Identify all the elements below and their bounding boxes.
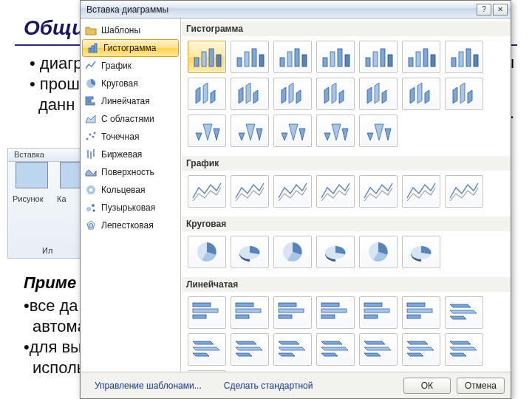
sidebar-item-label: Биржевая [101,149,142,160]
sidebar-item-scatter[interactable]: Точечная [81,128,180,146]
chart-thumb[interactable] [402,41,440,73]
svg-rect-64 [321,303,339,307]
slide-text: • диагр [30,53,82,75]
svg-rect-22 [202,52,206,66]
chart-thumb[interactable] [273,296,312,329]
svg-rect-61 [279,303,296,307]
chart-thumb[interactable] [273,41,312,73]
picture-icon[interactable] [16,162,48,188]
chart-thumb[interactable] [359,78,398,110]
svg-point-7 [86,138,89,140]
chart-thumb[interactable] [316,175,355,208]
chart-thumb[interactable] [231,175,269,208]
sidebar-item-hbar[interactable]: Линейчатая [81,92,180,110]
help-button[interactable]: ? [477,4,491,16]
chart-thumb[interactable] [316,296,355,329]
chart-thumb[interactable] [273,115,312,147]
chart-thumb[interactable] [188,115,226,147]
svg-rect-32 [302,55,307,66]
chart-thumb[interactable] [402,296,440,329]
svg-rect-1 [92,46,94,52]
chart-thumb[interactable] [231,333,269,366]
chart-thumb[interactable] [359,41,398,73]
chart-thumb[interactable] [316,333,355,366]
chart-thumb[interactable] [402,236,440,268]
chart-thumb[interactable] [273,78,312,110]
svg-rect-39 [381,49,385,66]
ribbon-group-label: Ил [42,246,52,255]
close-button[interactable]: ✕ [493,4,508,16]
chart-thumb[interactable] [445,296,483,329]
chart-type-sidebar: ШаблоныГистограммаГрафикКруговаяЛинейчат… [81,18,181,372]
chart-gallery[interactable]: ГистограммаГрафикКруговаяЛинейчатаяС обл… [181,18,511,372]
chart-thumb[interactable] [359,236,398,268]
slide-text: автома [33,316,86,338]
clipart-icon[interactable] [60,162,81,188]
svg-rect-25 [237,58,242,66]
sidebar-item-bar[interactable]: Гистограмма [82,39,179,57]
svg-rect-69 [364,315,378,318]
sidebar-item-line[interactable]: График [81,57,180,75]
chart-thumb[interactable] [231,236,269,268]
chart-thumb[interactable] [316,115,355,147]
ok-button[interactable]: ОК [403,378,451,394]
sidebar-item-bubble[interactable]: Пузырьковая [81,199,180,216]
svg-point-8 [89,134,92,136]
bar-icon [87,42,99,54]
chart-thumb[interactable] [188,333,226,366]
chart-thumb[interactable] [188,236,226,268]
gallery-group [186,39,511,154]
chart-thumb[interactable] [188,296,226,329]
sidebar-item-doughnut[interactable]: Кольцевая [81,181,180,199]
sidebar-item-radar[interactable]: Лепестковая [81,216,180,234]
chart-thumb[interactable] [359,296,398,329]
sidebar-item-pie[interactable]: Круговая [81,75,180,92]
dialog-titlebar: Вставка диаграммы ? ✕ [81,1,511,18]
sidebar-item-folder[interactable]: Шаблоны [81,21,180,39]
chart-thumb[interactable] [402,175,440,208]
chart-thumb[interactable] [188,41,226,73]
chart-thumb[interactable] [273,175,312,208]
chart-thumb[interactable] [359,115,398,147]
svg-rect-45 [451,58,456,66]
chart-thumb[interactable] [402,333,440,366]
set-default-button[interactable]: Сделать стандартной [216,378,321,394]
chart-thumb[interactable] [188,78,226,110]
sidebar-item-label: Поверхность [101,167,154,177]
sidebar-item-label: Точечная [101,132,139,142]
svg-rect-72 [407,315,420,318]
svg-rect-36 [345,55,349,66]
chart-thumb[interactable] [231,115,269,147]
hbar-icon [85,95,97,107]
svg-point-16 [86,207,91,211]
chart-thumb[interactable] [316,236,355,268]
chart-thumb[interactable] [359,333,398,366]
gallery-group-header: Гистограмма [182,21,511,36]
chart-thumb[interactable] [273,333,312,366]
chart-thumb[interactable] [316,78,355,110]
chart-thumb[interactable] [231,296,269,329]
slide-text: • прош [30,74,80,95]
chart-thumb[interactable] [445,78,483,110]
chart-thumb[interactable] [231,41,269,73]
chart-thumb[interactable] [231,78,269,110]
gallery-group-header: Линейчатая [182,277,511,292]
chart-thumb[interactable] [445,175,483,208]
sidebar-item-stock[interactable]: Биржевая [81,146,180,163]
chart-thumb[interactable] [402,78,440,110]
chart-thumb[interactable] [359,175,398,208]
sidebar-item-surface[interactable]: Поверхность [81,163,180,181]
chart-thumb[interactable] [188,175,226,208]
chart-thumb[interactable] [445,333,483,366]
svg-rect-55 [193,303,211,307]
svg-rect-71 [407,309,432,313]
chart-thumb[interactable] [445,41,483,73]
chart-thumb[interactable] [316,41,355,73]
sidebar-item-area[interactable]: С областями [81,110,180,128]
manage-templates-button[interactable]: Управление шаблонами... [86,378,210,394]
chart-thumb[interactable] [273,236,312,268]
svg-rect-5 [86,100,91,102]
cancel-button[interactable]: Отмена [457,378,505,394]
svg-rect-0 [89,48,91,52]
dialog-title: Вставка диаграммы [86,4,168,15]
